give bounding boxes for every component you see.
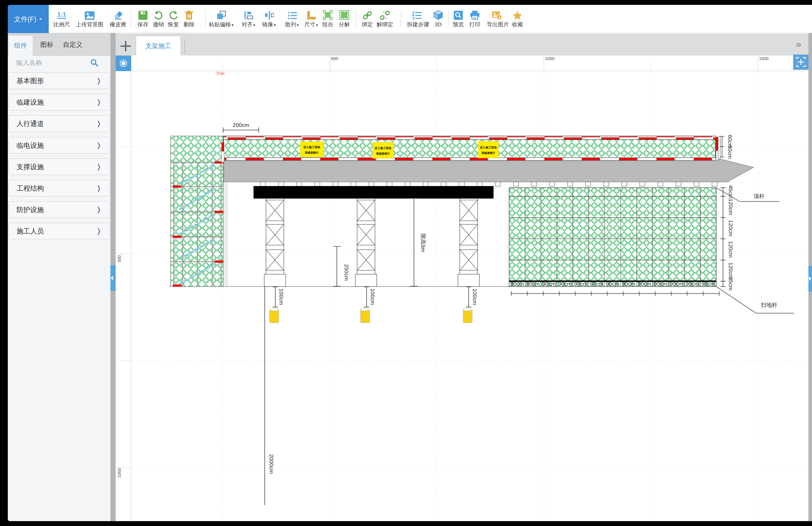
svg-text:120cm: 120cm [728,262,734,279]
svg-text:60cm: 60cm [727,145,733,159]
svg-text:90cm: 90cm [670,281,683,287]
svg-text:100cm: 100cm [278,289,285,305]
svg-text:120cm: 120cm [728,241,734,258]
svg-text:100cm: 100cm [472,289,478,305]
svg-text:请减速慢行: 请减速慢行 [305,151,319,154]
svg-text:90cm: 90cm [654,281,667,287]
svg-text:90cm: 90cm [685,281,699,287]
svg-text:90cm: 90cm [510,281,524,287]
svg-text:2000cm: 2000cm [269,454,275,474]
svg-text:90cm: 90cm [590,281,604,287]
svg-text:90cm: 90cm [606,281,619,287]
svg-text:1:1: 1:1 [57,11,66,18]
svg-text:100cm: 100cm [369,289,376,305]
svg-text:90cm: 90cm [526,281,540,287]
svg-text:进入施工现场: 进入施工现场 [303,145,320,149]
svg-text:请减速慢行: 请减速慢行 [481,151,495,155]
svg-text:进入施工现场: 进入施工现场 [480,146,497,149]
svg-text:限高5m: 限高5m [420,233,426,252]
svg-text:200cm: 200cm [233,122,249,128]
svg-text:35cm: 35cm [728,277,734,290]
svg-text:120cm: 120cm [728,199,734,215]
svg-text:90cm: 90cm [701,281,715,287]
svg-text:90cm: 90cm [542,281,556,287]
svg-text:120cm: 120cm [728,220,734,236]
svg-text:90cm: 90cm [558,281,572,287]
svg-text:扫地杆: 扫地杆 [761,302,778,308]
svg-text:250cm: 250cm [344,264,350,281]
svg-text:90cm: 90cm [638,281,651,287]
svg-text:90cm: 90cm [622,281,635,287]
svg-text:37px: 37px [216,71,225,75]
svg-text:请减速慢行: 请减速慢行 [376,152,390,155]
svg-text:90cm: 90cm [574,281,588,287]
svg-text:进入施工现场: 进入施工现场 [374,146,391,150]
svg-text:顶杆: 顶杆 [754,193,765,199]
